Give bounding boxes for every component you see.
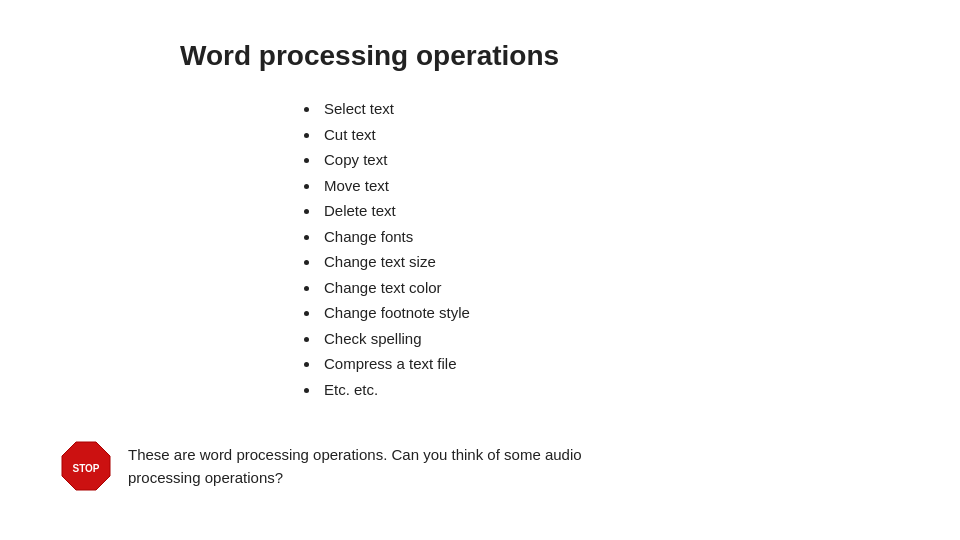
list-item: Change text color: [320, 275, 900, 301]
slide: Word processing operations Select textCu…: [0, 0, 960, 540]
list-item: Compress a text file: [320, 351, 900, 377]
footer-line1: These are word processing operations. Ca…: [128, 446, 582, 463]
list-item: Copy text: [320, 147, 900, 173]
footer-text: These are word processing operations. Ca…: [128, 440, 582, 489]
list-item: Select text: [320, 96, 900, 122]
svg-text:STOP: STOP: [72, 463, 99, 474]
list-item: Change fonts: [320, 224, 900, 250]
list-item: Move text: [320, 173, 900, 199]
bullet-list: Select textCut textCopy textMove textDel…: [320, 96, 900, 402]
list-item: Change text size: [320, 249, 900, 275]
footer-line2: processing operations?: [128, 469, 283, 486]
slide-title: Word processing operations: [180, 40, 900, 72]
footer-section: STOP These are word processing operation…: [60, 440, 582, 492]
list-item: Change footnote style: [320, 300, 900, 326]
stop-sign-icon: STOP: [60, 440, 112, 492]
list-item: Check spelling: [320, 326, 900, 352]
list-item: Delete text: [320, 198, 900, 224]
list-item: Etc. etc.: [320, 377, 900, 403]
list-item: Cut text: [320, 122, 900, 148]
